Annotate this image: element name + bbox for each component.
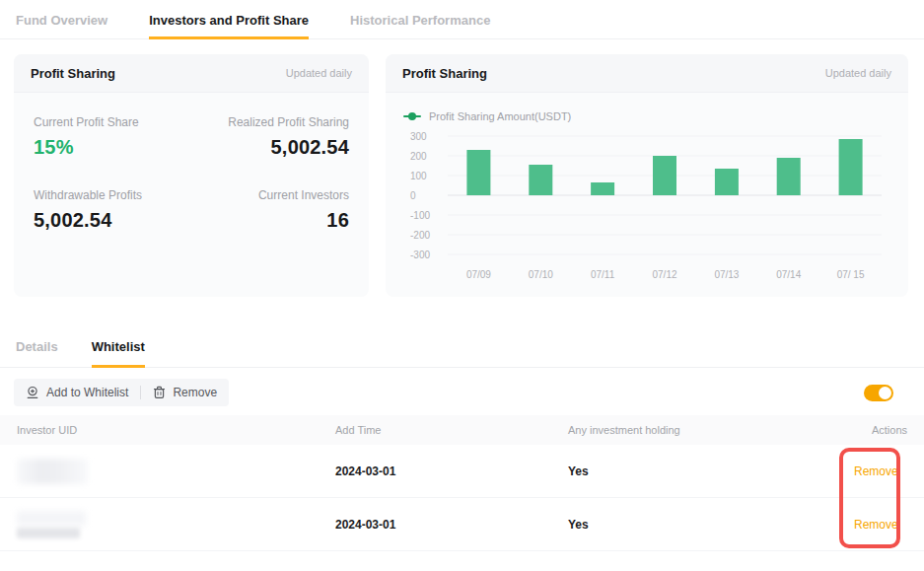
uid-blur-block: [17, 511, 86, 526]
holding-cell: Yes: [568, 464, 854, 478]
chart-card-updated-label: Updated daily: [825, 67, 891, 79]
stat-current-profit-share: Current Profit Share 15%: [34, 115, 191, 159]
stat-value: 15%: [34, 136, 191, 159]
toolbar-button-group: Add to Whitelist Remove: [14, 379, 229, 406]
chart-card-header: Profit Sharing Updated daily: [386, 54, 908, 93]
col-header-any-investment-holding: Any investment holding: [568, 424, 854, 436]
cards-row: Profit Sharing Updated daily Current Pro…: [0, 39, 924, 297]
y-tick-label: 200: [410, 151, 427, 162]
table-row: 2024-03-01 Yes Remove: [0, 498, 924, 551]
trash-icon: [153, 386, 166, 399]
add-to-whitelist-label: Add to Whitelist: [46, 386, 128, 399]
stat-label: Withdrawable Profits: [34, 188, 191, 202]
x-tick-label: 07/13: [714, 269, 739, 280]
uid-blur-block: [17, 528, 80, 538]
y-tick-label: -100: [410, 210, 430, 221]
add-to-whitelist-button[interactable]: Add to Whitelist: [26, 386, 128, 399]
y-tick-label: -200: [410, 230, 430, 241]
redacted-investor-uid: [17, 459, 335, 484]
toolbar-divider: [140, 386, 141, 399]
section-tabs: Details Whitelist: [0, 339, 924, 368]
y-tick-label: 100: [410, 171, 427, 181]
row-remove-link[interactable]: Remove: [854, 464, 898, 478]
summary-stats: Current Profit Share 15% Realized Profit…: [14, 93, 369, 254]
stat-withdrawable-profits: Withdrawable Profits 5,002.54: [34, 188, 191, 232]
tab-whitelist[interactable]: Whitelist: [92, 339, 145, 368]
tab-details[interactable]: Details: [16, 339, 58, 368]
stat-value: 5,002.54: [34, 209, 191, 232]
tab-fund-overview[interactable]: Fund Overview: [16, 13, 107, 39]
chart-bar: [591, 182, 614, 195]
profit-sharing-bar-chart: 3002001000-100-200-30007/0907/1007/1107/…: [401, 126, 892, 290]
summary-card-updated-label: Updated daily: [286, 67, 352, 79]
add-time-cell: 2024-03-01: [335, 464, 568, 478]
x-tick-label: 07/ 15: [837, 269, 865, 280]
uid-blur-block: [17, 459, 88, 484]
whitelist-toggle[interactable]: [864, 385, 893, 401]
profit-sharing-summary-card: Profit Sharing Updated daily Current Pro…: [14, 54, 369, 297]
x-tick-label: 07/14: [776, 269, 801, 280]
chart-bar: [839, 139, 863, 195]
add-time-cell: 2024-03-01: [335, 518, 568, 532]
add-to-whitelist-icon: [26, 386, 39, 399]
page: Fund Overview Investors and Profit Share…: [0, 0, 924, 571]
chart-legend[interactable]: Profit Sharing Amount(USDT): [403, 110, 892, 122]
stat-value: 5,002.54: [191, 136, 349, 159]
whitelist-toolbar: Add to Whitelist Remove: [14, 379, 908, 406]
tab-investors-and-profit-share[interactable]: Investors and Profit Share: [149, 13, 309, 39]
col-header-investor-uid: Investor UID: [17, 424, 335, 436]
stat-current-investors: Current Investors 16: [191, 188, 349, 232]
toggle-knob: [879, 387, 891, 399]
stat-label: Realized Profit Sharing: [191, 115, 349, 129]
top-tabs: Fund Overview Investors and Profit Share…: [0, 0, 924, 39]
remove-button[interactable]: Remove: [153, 386, 217, 399]
row-remove-link[interactable]: Remove: [854, 518, 898, 532]
stat-value: 16: [191, 209, 349, 232]
remove-button-label: Remove: [173, 386, 217, 399]
profit-sharing-chart-card: Profit Sharing Updated daily Profit Shar…: [386, 54, 908, 297]
table-row: 2024-03-01 Yes Remove: [0, 445, 924, 498]
x-tick-label: 07/11: [591, 269, 615, 280]
holding-cell: Yes: [568, 518, 854, 532]
x-tick-label: 07/12: [652, 269, 676, 280]
x-tick-label: 07/10: [529, 269, 553, 280]
redacted-investor-uid: [17, 511, 335, 538]
summary-card-title: Profit Sharing: [31, 66, 115, 81]
chart-card-title: Profit Sharing: [402, 66, 487, 81]
stat-realized-profit-sharing: Realized Profit Sharing 5,002.54: [191, 115, 349, 159]
chart-bar: [529, 165, 552, 195]
y-tick-label: 300: [410, 131, 427, 142]
chart-bar: [715, 169, 739, 195]
legend-marker-icon: [403, 115, 421, 117]
stat-label: Current Profit Share: [34, 115, 191, 129]
chart-body: Profit Sharing Amount(USDT) 3002001000-1…: [386, 93, 908, 290]
y-tick-label: 0: [410, 190, 416, 201]
table-body: 2024-03-01 Yes Remove 2024-03-01 Yes Rem…: [0, 445, 924, 551]
y-tick-label: -300: [410, 250, 430, 260]
table-header: Investor UID Add Time Any investment hol…: [0, 415, 924, 445]
chart-bar: [777, 158, 801, 195]
col-header-actions: Actions: [854, 424, 907, 436]
legend-label: Profit Sharing Amount(USDT): [429, 110, 571, 122]
tab-historical-performance[interactable]: Historical Performance: [350, 13, 490, 39]
chart-bar: [466, 150, 490, 195]
x-tick-label: 07/09: [466, 269, 491, 280]
col-header-add-time: Add Time: [335, 424, 568, 436]
chart-bar: [653, 156, 676, 195]
stat-label: Current Investors: [191, 188, 349, 202]
summary-card-header: Profit Sharing Updated daily: [14, 54, 369, 93]
